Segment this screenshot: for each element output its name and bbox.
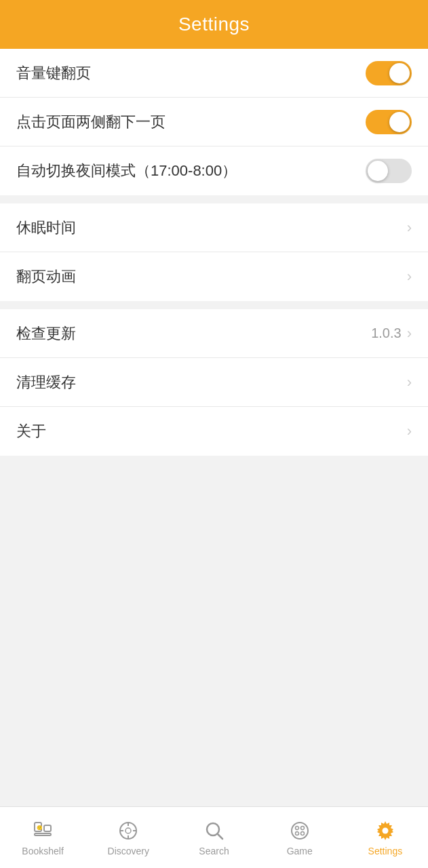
svg-point-15: [295, 832, 298, 835]
volume-flip-track: [366, 61, 412, 85]
page-animation-label: 翻页动画: [16, 267, 76, 287]
clear-cache-row[interactable]: 清理缓存 ›: [0, 358, 428, 407]
auto-night-mode-label: 自动切换夜间模式（17:00-8:00）: [16, 161, 237, 181]
nav-item-bookshelf[interactable]: 🙂 Bookshelf: [0, 807, 85, 868]
settings-icon: [373, 818, 397, 843]
svg-point-12: [292, 823, 308, 839]
nav-item-game[interactable]: Game: [257, 807, 343, 868]
svg-point-5: [125, 828, 131, 833]
navigation-section: 休眠时间 › 翻页动画 ›: [0, 203, 428, 301]
check-updates-label: 检查更新: [16, 323, 76, 344]
svg-line-11: [218, 834, 222, 839]
clear-cache-chevron: ›: [407, 374, 412, 391]
search-icon: [202, 818, 227, 843]
game-nav-label: Game: [287, 846, 313, 856]
volume-flip-label: 音量键翻页: [16, 63, 91, 83]
about-right: ›: [407, 422, 412, 440]
nav-item-discovery[interactable]: Discovery: [85, 807, 171, 868]
tap-sides-flip-toggle[interactable]: [366, 110, 412, 134]
system-section: 检查更新 1.0.3 › 清理缓存 › 关于 ›: [0, 309, 428, 456]
bookshelf-nav-label: Bookshelf: [22, 846, 63, 856]
page-animation-row[interactable]: 翻页动画 ›: [0, 252, 428, 301]
tap-sides-flip-row: 点击页面两侧翻下一页: [0, 98, 428, 146]
svg-point-16: [300, 832, 304, 835]
nav-item-settings[interactable]: Settings: [343, 807, 428, 868]
game-icon: [288, 818, 312, 843]
sleep-timer-label: 休眠时间: [16, 218, 76, 238]
about-chevron: ›: [407, 422, 412, 440]
svg-point-14: [300, 827, 304, 830]
bookshelf-icon: 🙂: [31, 818, 55, 843]
svg-rect-1: [35, 833, 51, 835]
settings-content: 音量键翻页 点击页面两侧翻下一页 自动切换夜间模式（17:00-8:00）: [0, 49, 428, 806]
volume-flip-thumb: [389, 63, 410, 83]
search-nav-label: Search: [199, 846, 229, 856]
clear-cache-right: ›: [407, 374, 412, 391]
volume-flip-row: 音量键翻页: [0, 49, 428, 98]
sleep-timer-chevron: ›: [407, 219, 412, 237]
check-updates-row[interactable]: 检查更新 1.0.3 ›: [0, 309, 428, 358]
discovery-icon: [116, 818, 140, 843]
page-animation-chevron: ›: [407, 268, 412, 285]
bottom-nav: 🙂 Bookshelf Discovery Search: [0, 806, 428, 868]
page-title: Settings: [178, 14, 250, 35]
tap-sides-flip-label: 点击页面两侧翻下一页: [16, 112, 166, 132]
tap-sides-flip-thumb: [389, 112, 410, 132]
about-row[interactable]: 关于 ›: [0, 407, 428, 456]
sleep-timer-right: ›: [407, 219, 412, 237]
settings-nav-label: Settings: [368, 846, 403, 856]
auto-night-mode-toggle[interactable]: [366, 159, 412, 183]
auto-night-mode-thumb: [368, 161, 388, 181]
sleep-timer-row[interactable]: 休眠时间 ›: [0, 203, 428, 252]
page-animation-right: ›: [407, 268, 412, 285]
check-updates-value: 1.0.3: [371, 326, 401, 341]
svg-point-18: [382, 828, 388, 834]
toggles-section: 音量键翻页 点击页面两侧翻下一页 自动切换夜间模式（17:00-8:00）: [0, 49, 428, 195]
header: Settings: [0, 0, 428, 49]
svg-point-13: [295, 827, 298, 830]
svg-text:🙂: 🙂: [37, 825, 43, 831]
auto-night-mode-track: [366, 159, 412, 183]
tap-sides-flip-track: [366, 110, 412, 134]
auto-night-mode-row: 自动切换夜间模式（17:00-8:00）: [0, 146, 428, 195]
check-updates-right: 1.0.3 ›: [371, 325, 412, 342]
nav-item-search[interactable]: Search: [171, 807, 256, 868]
clear-cache-label: 清理缓存: [16, 372, 76, 393]
volume-flip-toggle[interactable]: [366, 61, 412, 85]
discovery-nav-label: Discovery: [108, 846, 149, 856]
check-updates-chevron: ›: [407, 325, 412, 342]
svg-rect-2: [44, 825, 51, 831]
about-label: 关于: [16, 421, 46, 441]
